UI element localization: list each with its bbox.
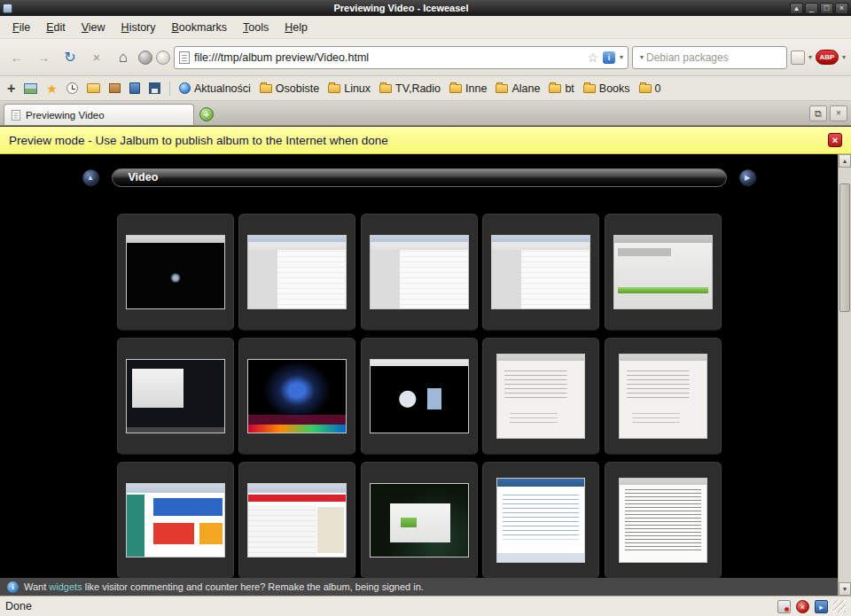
- video-thumbnail-1[interactable]: [117, 214, 234, 331]
- bookmark-item-0[interactable]: 0: [639, 82, 661, 95]
- globe-toolbar-icon[interactable]: [138, 51, 152, 65]
- bookmark-item-linux[interactable]: Linux: [328, 82, 371, 95]
- album-up-button[interactable]: ▲: [82, 169, 99, 186]
- menu-file[interactable]: File: [5, 19, 37, 36]
- window-menu-icon[interactable]: [3, 4, 12, 13]
- adblock-dropdown-icon[interactable]: ▾: [842, 53, 846, 61]
- folder-icon: [639, 84, 652, 93]
- resize-grip[interactable]: [833, 600, 846, 612]
- video-thumbnail-7[interactable]: [238, 338, 355, 455]
- livemark-globe-icon: [179, 82, 191, 94]
- home-icon: ⌂: [119, 49, 128, 66]
- stop-icon: ×: [93, 50, 101, 65]
- menu-help[interactable]: Help: [277, 19, 315, 36]
- bookmarks-toolbar: + ★ Aktualności Osobiste Linux TV,Radio …: [0, 76, 851, 101]
- reload-button[interactable]: ↻: [59, 46, 82, 69]
- bookmark-item-inne[interactable]: Inne: [449, 82, 487, 95]
- site-identity-icon[interactable]: [179, 51, 190, 64]
- url-bar[interactable]: ☆ i ▾: [174, 46, 628, 69]
- menu-edit[interactable]: Edit: [39, 19, 73, 36]
- video-thumbnail-2[interactable]: [238, 214, 355, 331]
- folder-open-icon[interactable]: [87, 83, 100, 93]
- album-next-button[interactable]: ▶: [739, 169, 756, 186]
- notification-close-button[interactable]: ×: [828, 133, 842, 147]
- scroll-down-button[interactable]: ▼: [839, 582, 851, 596]
- bookmark-item-bt[interactable]: bt: [549, 82, 574, 95]
- maximize-button[interactable]: □: [820, 3, 833, 14]
- video-thumbnail-14[interactable]: [482, 462, 599, 579]
- video-thumbnail-10[interactable]: [605, 338, 722, 455]
- adblock-status-icon[interactable]: ×: [796, 600, 809, 613]
- video-thumbnail-13[interactable]: [361, 462, 478, 579]
- toolbar-separator: [169, 82, 170, 96]
- menu-history[interactable]: History: [114, 19, 163, 36]
- video-thumbnail-8[interactable]: [361, 338, 478, 455]
- footer-message: Want widgets like visitor commenting and…: [24, 581, 424, 592]
- scroll-up-button[interactable]: ▲: [839, 154, 851, 168]
- thumbnail-image: [247, 483, 347, 558]
- bookmark-item-osobiste[interactable]: Osobiste: [260, 82, 319, 95]
- star-icon[interactable]: ★: [46, 82, 58, 96]
- extension-dropdown-icon[interactable]: ▾: [808, 53, 812, 61]
- extension-button-icon[interactable]: [791, 51, 805, 65]
- extension-toolbar-icon[interactable]: [156, 51, 170, 65]
- thumbnail-image: [247, 235, 347, 309]
- close-button[interactable]: ×: [835, 3, 848, 14]
- video-thumbnail-5[interactable]: [605, 214, 722, 331]
- thumbnail-image: [496, 354, 585, 439]
- folder-icon: [379, 84, 392, 93]
- list-all-tabs-button[interactable]: [809, 105, 827, 121]
- vertical-scrollbar[interactable]: ▲ ▼: [838, 154, 851, 596]
- thumbnail-image: [247, 359, 347, 433]
- minimize-button[interactable]: _: [805, 3, 818, 14]
- adblock-plus-button[interactable]: ABP: [816, 50, 839, 65]
- stop-button[interactable]: ×: [85, 46, 108, 69]
- shade-button[interactable]: ▴: [790, 3, 803, 14]
- video-thumbnail-15[interactable]: [605, 462, 722, 579]
- video-thumbnail-4[interactable]: [482, 214, 599, 331]
- close-tab-button[interactable]: ×: [830, 105, 847, 121]
- album-page: ▲ Video ▶ i Want widgets like visitor co…: [0, 154, 838, 596]
- package-icon[interactable]: [109, 83, 121, 93]
- thumbnail-image: [126, 235, 225, 309]
- new-tab-button[interactable]: +: [199, 107, 214, 121]
- scrollbar-thumb[interactable]: [839, 183, 850, 312]
- menu-view[interactable]: View: [74, 19, 113, 36]
- thumbnail-image: [370, 235, 469, 309]
- history-clock-icon[interactable]: [66, 82, 78, 94]
- search-bar[interactable]: ▾: [632, 46, 787, 69]
- bookmark-item-alane[interactable]: Alane: [496, 82, 540, 95]
- scrollbar-track[interactable]: [839, 168, 851, 582]
- menu-bookmarks[interactable]: Bookmarks: [165, 19, 235, 36]
- bookmark-item-tvradio[interactable]: TV,Radio: [379, 82, 441, 95]
- bookmark-item-books[interactable]: Books: [583, 82, 630, 95]
- bookmark-item-aktualnosci[interactable]: Aktualności: [179, 82, 251, 95]
- video-thumbnail-3[interactable]: [361, 214, 478, 331]
- feed-icon[interactable]: i: [603, 51, 615, 64]
- status-text: Done: [5, 600, 772, 612]
- back-button[interactable]: ←: [5, 46, 28, 69]
- url-input[interactable]: [194, 51, 582, 64]
- image-icon[interactable]: [24, 83, 37, 94]
- save-icon[interactable]: [149, 82, 160, 94]
- forward-button[interactable]: →: [32, 46, 55, 69]
- new-bookmark-icon[interactable]: +: [7, 81, 15, 97]
- menu-bar: File Edit View History Bookmarks Tools H…: [0, 16, 851, 39]
- widgets-link[interactable]: widgets: [49, 581, 82, 592]
- bookmarks-book-icon[interactable]: [129, 82, 140, 94]
- home-button[interactable]: ⌂: [112, 46, 135, 69]
- mail-status-icon[interactable]: [777, 600, 791, 613]
- search-input[interactable]: [646, 51, 784, 64]
- video-thumbnail-11[interactable]: [117, 462, 234, 579]
- bookmark-star-icon[interactable]: ☆: [587, 51, 598, 64]
- thumbnail-image: [126, 359, 225, 433]
- folder-icon: [583, 84, 596, 93]
- search-engine-dropdown-icon[interactable]: ▾: [640, 53, 644, 61]
- menu-tools[interactable]: Tools: [236, 19, 276, 36]
- tab-previewing-video[interactable]: Previewing Video: [4, 104, 194, 125]
- video-thumbnail-12[interactable]: [238, 462, 355, 579]
- url-dropdown-icon[interactable]: ▾: [620, 53, 623, 61]
- video-thumbnail-9[interactable]: [482, 338, 599, 455]
- plugin-status-icon[interactable]: ▸: [815, 600, 828, 613]
- video-thumbnail-6[interactable]: [117, 338, 234, 455]
